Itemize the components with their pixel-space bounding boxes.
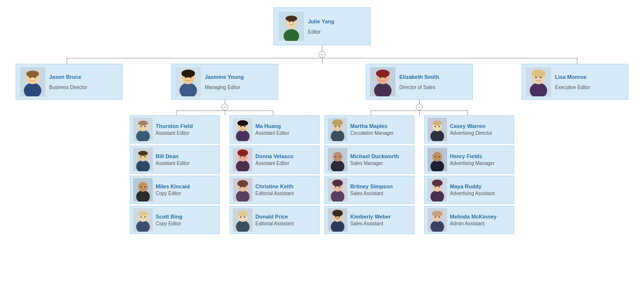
svg-point-16 <box>190 77 192 78</box>
svg-point-92 <box>432 180 443 186</box>
org-chart: Julie Yang Editor − <box>0 0 644 236</box>
svg-point-93 <box>435 186 436 187</box>
donna-title: Assistant Editor <box>255 161 293 166</box>
elizabeth-title: Director of Sales <box>399 85 468 90</box>
melinda-card: Melinda McKinney Admin Assistant <box>424 206 514 234</box>
lisa-info: Lisa Monroe Executive Editor <box>555 74 624 90</box>
svg-point-63 <box>332 119 343 126</box>
svg-point-83 <box>432 121 442 126</box>
svg-point-49 <box>240 186 241 187</box>
elizabeth-col1: Martha Maples Circulation Manager <box>322 115 417 236</box>
henry-name: Henry Fields <box>450 153 495 159</box>
svg-point-5 <box>289 21 290 22</box>
elizabeth-l3: Martha Maples Circulation Manager <box>322 115 517 236</box>
jasmine-l3: Thurston Field Assistant Editor <box>127 115 322 236</box>
mahuang-title: Assistant Editor <box>255 130 289 136</box>
jasmine-info: Jasmine Young Managing Editor <box>205 74 274 90</box>
thurston-info: Thurston Field Assistant Editor <box>156 123 193 136</box>
elizabeth-h-conn <box>322 110 517 115</box>
elizabeth-collapse[interactable]: − <box>416 104 423 110</box>
l2-elizabeth: Elizabeth Smith Director of Sales − <box>322 64 517 236</box>
lisa-card: Lisa Monroe Executive Editor <box>521 64 628 100</box>
svg-point-64 <box>335 126 336 127</box>
martha-name: Martha Maples <box>350 123 394 129</box>
casey-info: Casey Warren Advertising Director <box>450 123 492 136</box>
bill-photo <box>133 148 153 171</box>
mahuang-card: Ma Huang Assistant Editor <box>230 115 320 144</box>
elizabeth-info: Elizabeth Smith Director of Sales <box>399 74 468 90</box>
martha-photo <box>328 118 347 141</box>
svg-point-59 <box>380 77 381 78</box>
christine-name: Christine Keith <box>255 183 294 189</box>
root-collapse-btn[interactable]: − <box>319 51 325 58</box>
root-col: Julie Yang Editor − <box>25 7 619 64</box>
l2-jason: Jason Bruce Business Director <box>11 64 127 100</box>
svg-point-12 <box>179 83 197 96</box>
svg-point-84 <box>435 126 436 127</box>
svg-point-20 <box>141 126 142 127</box>
svg-point-24 <box>138 151 148 156</box>
jason-name: Jason Bruce <box>49 74 118 80</box>
svg-point-61 <box>331 130 344 141</box>
donald-info: Donald Price Editorial Assistant <box>255 214 294 226</box>
elizabeth-card: Elizabeth Smith Director of Sales <box>366 64 473 100</box>
kimberly-photo <box>328 208 347 232</box>
casey-card: Casey Warren Advertising Director <box>424 115 514 144</box>
svg-point-54 <box>240 217 241 218</box>
jasmine-col2: Ma Huang Assistant Editor <box>227 115 322 236</box>
thurston-name: Thurston Field <box>156 123 193 129</box>
henry-info: Henry Fields Advertising Manager <box>450 153 495 166</box>
svg-point-41 <box>236 160 250 171</box>
kimberly-title: Sales Assistant <box>350 221 391 226</box>
svg-point-44 <box>240 156 241 157</box>
svg-point-9 <box>26 71 39 77</box>
svg-point-40 <box>244 126 245 127</box>
svg-point-29 <box>141 186 142 187</box>
svg-point-89 <box>439 156 440 157</box>
svg-point-68 <box>335 156 336 157</box>
maya-photo <box>428 178 447 201</box>
elizabeth-photo <box>370 67 395 96</box>
michael-photo <box>328 148 347 171</box>
svg-point-55 <box>244 217 245 218</box>
christine-title: Editorial Assistant <box>255 191 294 196</box>
svg-point-99 <box>439 217 440 218</box>
henry-title: Advertising Manager <box>450 161 495 166</box>
casey-title: Advertising Director <box>450 130 492 136</box>
donna-photo <box>233 148 252 171</box>
michael-title: Sales Manager <box>350 161 399 166</box>
svg-point-30 <box>144 186 145 187</box>
donna-info: Donna Velasco Assistant Editor <box>255 153 293 166</box>
melinda-name: Melinda McKinney <box>450 214 497 219</box>
jasmine-v1 <box>225 100 225 104</box>
miles-title: Copy Editor <box>156 191 190 196</box>
donna-name: Donna Velasco <box>255 153 293 159</box>
svg-point-104 <box>540 77 542 78</box>
level2-row: Jason Bruce Business Director <box>11 64 633 236</box>
lisa-name: Lisa Monroe <box>555 74 624 80</box>
jasmine-photo <box>176 67 201 96</box>
jasmine-collapse[interactable]: − <box>221 104 228 110</box>
miles-photo <box>133 178 153 201</box>
svg-point-19 <box>138 121 148 126</box>
casey-name: Casey Warren <box>450 123 492 129</box>
svg-point-22 <box>136 160 150 171</box>
svg-point-27 <box>136 190 150 201</box>
christine-photo <box>233 178 252 201</box>
svg-point-46 <box>236 190 250 201</box>
thurston-photo <box>133 118 153 141</box>
svg-point-100 <box>530 83 547 96</box>
svg-point-21 <box>144 126 145 127</box>
elizabeth-v1 <box>419 100 420 104</box>
melinda-photo <box>428 208 447 232</box>
svg-point-75 <box>331 220 344 232</box>
donald-card: Donald Price Editorial Assistant <box>230 206 320 234</box>
miles-name: Miles Kincaid <box>156 183 190 189</box>
root-connector-v <box>322 45 322 51</box>
maya-title: Advertising Assistant <box>450 191 495 196</box>
bill-title: Assistant Editor <box>156 161 189 166</box>
svg-point-50 <box>244 186 245 187</box>
root-node: Julie Yang Editor <box>273 7 371 45</box>
svg-point-78 <box>335 217 336 218</box>
kimberly-name: Kimberly Weber <box>350 214 391 219</box>
